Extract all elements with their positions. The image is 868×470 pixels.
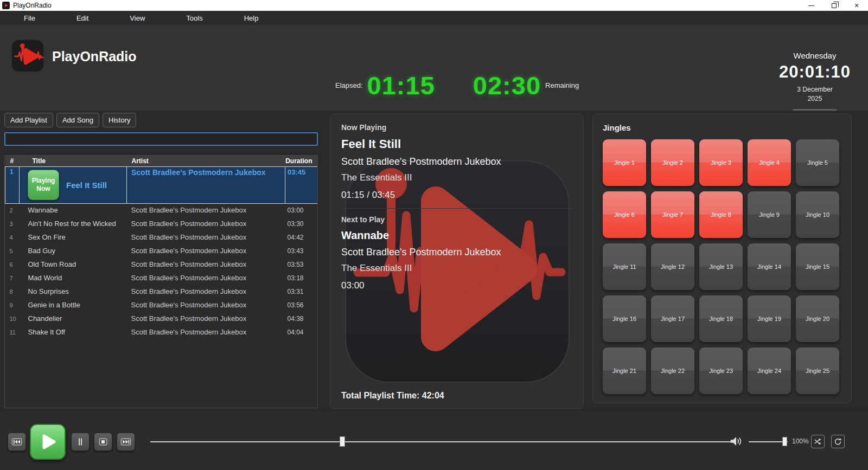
table-row[interactable]: 3Ain't No Rest for the WickedScott Bradl… <box>5 217 318 230</box>
seek-slider[interactable] <box>150 441 732 442</box>
jingle-button[interactable]: Jingle 20 <box>796 295 839 342</box>
jingle-button[interactable]: Jingle 18 <box>699 295 743 342</box>
playing-now-badge: Playing Now <box>28 170 59 200</box>
window-title: PlayOnRadio <box>13 2 52 9</box>
row-title: Playing NowFeel It Still <box>20 166 127 203</box>
jingle-button[interactable]: Jingle 15 <box>796 243 839 290</box>
previous-button[interactable] <box>8 433 26 451</box>
jingle-button[interactable]: Jingle 21 <box>603 347 646 394</box>
shuffle-icon <box>813 437 822 446</box>
table-row[interactable]: 10ChandelierScott Bradlee's Postmodern J… <box>5 312 318 325</box>
now-playing-content: Now Playing Feel It Still Scott Bradlee'… <box>330 114 583 300</box>
row-duration: 03:53 <box>285 257 318 271</box>
row-artist: Scott Bradlee's Postmodern Jukebox <box>127 271 285 285</box>
search-input[interactable] <box>4 132 318 146</box>
row-number: 3 <box>5 217 20 230</box>
history-button[interactable]: History <box>103 113 136 127</box>
column-title[interactable]: Title <box>20 156 127 166</box>
next-button[interactable] <box>117 433 135 451</box>
menu-help[interactable]: Help <box>240 13 263 23</box>
column-number[interactable]: # <box>5 156 20 166</box>
table-row[interactable]: 11Shake It OffScott Bradlee's Postmodern… <box>5 325 318 339</box>
row-duration: 03:56 <box>285 298 318 312</box>
shuffle-button[interactable] <box>811 435 825 448</box>
jingle-button[interactable]: Jingle 24 <box>748 347 791 394</box>
row-artist: Scott Bradlee's Postmodern Jukebox <box>127 203 285 217</box>
row-duration: 03:43 <box>285 244 318 257</box>
row-number: 6 <box>5 257 20 271</box>
jingle-button[interactable]: Jingle 12 <box>651 243 694 290</box>
row-duration: 03:31 <box>285 285 318 298</box>
volume-percent: 100% <box>792 437 809 445</box>
menu-view[interactable]: View <box>125 13 149 23</box>
table-row[interactable]: 9Genie in a BottleScott Bradlee's Postmo… <box>5 298 318 312</box>
row-duration: 03:18 <box>285 271 318 285</box>
row-number: 11 <box>5 325 20 339</box>
current-time: 20:01:10 <box>777 62 853 82</box>
jingle-button[interactable]: Jingle 17 <box>651 295 694 342</box>
row-artist: Scott Bradlee's Postmodern Jukebox <box>127 230 285 244</box>
jingle-button[interactable]: Jingle 5 <box>796 139 839 186</box>
column-artist[interactable]: Artist <box>127 156 285 166</box>
jingle-button[interactable]: Jingle 9 <box>748 191 791 238</box>
add-playlist-button[interactable]: Add Playlist <box>4 113 53 127</box>
now-playing-panel: Now Playing Feel It Still Scott Bradlee'… <box>330 114 584 409</box>
add-song-button[interactable]: Add Song <box>56 113 99 127</box>
jingle-button[interactable]: Jingle 25 <box>796 347 839 394</box>
seek-thumb[interactable] <box>340 436 345 447</box>
play-button[interactable] <box>30 424 66 460</box>
now-playing-song: Feel It Still <box>341 137 572 151</box>
jingle-button[interactable]: Jingle 13 <box>699 243 743 290</box>
playlist-toolbar: Add Playlist Add Song History <box>4 113 318 127</box>
table-row[interactable]: 2WannabeScott Bradlee's Postmodern Jukeb… <box>5 203 318 217</box>
now-playing-artist: Scott Bradlee's Postmodern Jukebox <box>341 156 572 168</box>
jingle-button[interactable]: Jingle 1 <box>603 139 646 186</box>
jingle-button[interactable]: Jingle 16 <box>603 295 646 342</box>
menu-file[interactable]: File <box>20 13 40 23</box>
playlist-rows: 1Playing NowFeel It StillScott Bradlee's… <box>5 166 318 339</box>
table-row[interactable]: 6Old Town RoadScott Bradlee's Postmodern… <box>5 257 318 271</box>
jingle-button[interactable]: Jingle 11 <box>603 243 646 290</box>
jingle-button[interactable]: Jingle 6 <box>603 191 646 238</box>
main-area: Add Playlist Add Song History # Title Ar… <box>0 111 868 410</box>
pause-button[interactable] <box>71 433 90 451</box>
minimize-button[interactable] <box>800 0 822 11</box>
row-title: No Surprises <box>20 285 127 298</box>
remaining-time: 02:30 <box>473 73 541 98</box>
table-row[interactable]: 7Mad WorldScott Bradlee's Postmodern Juk… <box>5 271 318 285</box>
restore-button[interactable] <box>822 0 845 11</box>
menu-edit[interactable]: Edit <box>72 13 93 23</box>
jingle-button[interactable]: Jingle 22 <box>651 347 694 394</box>
volume-icon[interactable] <box>729 435 743 448</box>
jingle-button[interactable]: Jingle 2 <box>651 139 694 186</box>
next-icon <box>120 436 132 448</box>
close-button[interactable]: × <box>845 0 868 11</box>
volume-slider[interactable] <box>749 441 788 442</box>
title-bar: PlayOnRadio × <box>0 0 868 11</box>
elapsed-time: 01:15 <box>367 73 435 98</box>
table-row[interactable]: 4Sex On FireScott Bradlee's Postmodern J… <box>5 230 318 244</box>
close-icon: × <box>854 2 859 9</box>
table-row[interactable]: 5Bad GuyScott Bradlee's Postmodern Jukeb… <box>5 244 318 257</box>
jingle-button[interactable]: Jingle 4 <box>748 139 791 186</box>
jingle-button[interactable]: Jingle 3 <box>699 139 743 186</box>
table-row[interactable]: 1Playing NowFeel It StillScott Bradlee's… <box>5 166 318 203</box>
row-duration: 03:45 <box>285 166 318 203</box>
jingle-button[interactable]: Jingle 23 <box>699 347 743 394</box>
volume-thumb[interactable] <box>782 437 787 446</box>
row-artist: Scott Bradlee's Postmodern Jukebox <box>127 217 285 230</box>
minimize-icon <box>808 5 814 6</box>
jingle-button[interactable]: Jingle 10 <box>796 191 839 238</box>
app-name: PlayOnRadio <box>52 49 137 65</box>
table-row[interactable]: 8No SurprisesScott Bradlee's Postmodern … <box>5 285 318 298</box>
repeat-button[interactable] <box>831 435 845 448</box>
jingle-button[interactable]: Jingle 7 <box>651 191 694 238</box>
jingle-button[interactable]: Jingle 14 <box>748 243 791 290</box>
column-duration[interactable]: Duration <box>285 156 318 166</box>
jingle-button[interactable]: Jingle 19 <box>748 295 791 342</box>
repeat-icon <box>833 437 843 446</box>
menu-tools[interactable]: Tools <box>182 13 207 23</box>
stop-button[interactable] <box>94 433 112 451</box>
jingle-button[interactable]: Jingle 8 <box>699 191 743 238</box>
next-artist: Scott Bradlee's Postmodern Jukebox <box>341 247 572 258</box>
